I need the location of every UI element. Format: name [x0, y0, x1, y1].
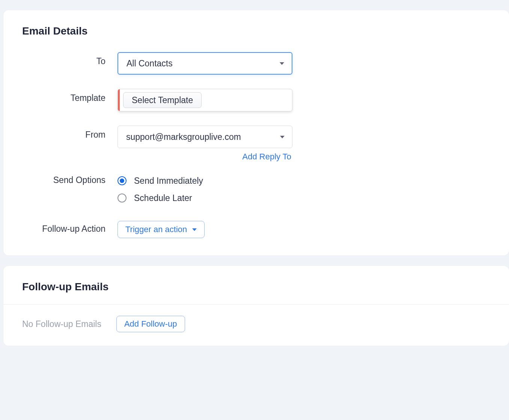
label-followup-action: Follow-up Action — [22, 221, 117, 234]
add-reply-to-link[interactable]: Add Reply To — [242, 152, 292, 162]
email-details-card: Email Details To All Contacts Template S… — [3, 10, 509, 255]
select-template-button[interactable]: Select Template — [123, 92, 202, 108]
label-send-options: Send Options — [22, 172, 117, 185]
caret-down-icon — [280, 62, 284, 65]
followup-emails-card: Follow-up Emails No Follow-up Emails Add… — [3, 266, 509, 346]
row-to: To All Contacts — [22, 52, 509, 75]
add-followup-label: Add Follow-up — [124, 319, 177, 329]
radio-icon — [117, 194, 126, 202]
radio-label: Send Immediately — [134, 176, 203, 186]
radio-icon — [117, 176, 126, 185]
label-template: Template — [22, 89, 117, 103]
radio-send-immediately[interactable]: Send Immediately — [117, 172, 203, 189]
label-to: To — [22, 52, 117, 66]
caret-down-icon — [280, 136, 285, 138]
from-select-value: support@marksgrouplive.com — [126, 132, 241, 142]
add-followup-button[interactable]: Add Follow-up — [116, 316, 185, 332]
section-title-followup: Follow-up Emails — [22, 281, 509, 293]
to-select[interactable]: All Contacts — [117, 52, 292, 75]
trigger-action-button[interactable]: Trigger an action — [117, 221, 205, 238]
row-template: Template Select Template — [22, 89, 509, 111]
row-followup-action: Follow-up Action Trigger an action — [22, 221, 509, 238]
caret-down-icon — [192, 228, 197, 231]
row-from: From support@marksgrouplive.com Add Repl… — [22, 126, 509, 162]
label-from: From — [22, 126, 117, 140]
row-send-options: Send Options Send Immediately Schedule L… — [22, 172, 509, 207]
trigger-action-label: Trigger an action — [125, 225, 187, 234]
radio-label: Schedule Later — [134, 193, 192, 203]
section-title-email-details: Email Details — [22, 25, 509, 37]
template-field[interactable]: Select Template — [117, 89, 292, 111]
followup-empty-text: No Follow-up Emails — [22, 319, 101, 329]
radio-schedule-later[interactable]: Schedule Later — [117, 189, 203, 207]
to-select-value: All Contacts — [126, 58, 173, 69]
from-select[interactable]: support@marksgrouplive.com — [117, 126, 292, 148]
